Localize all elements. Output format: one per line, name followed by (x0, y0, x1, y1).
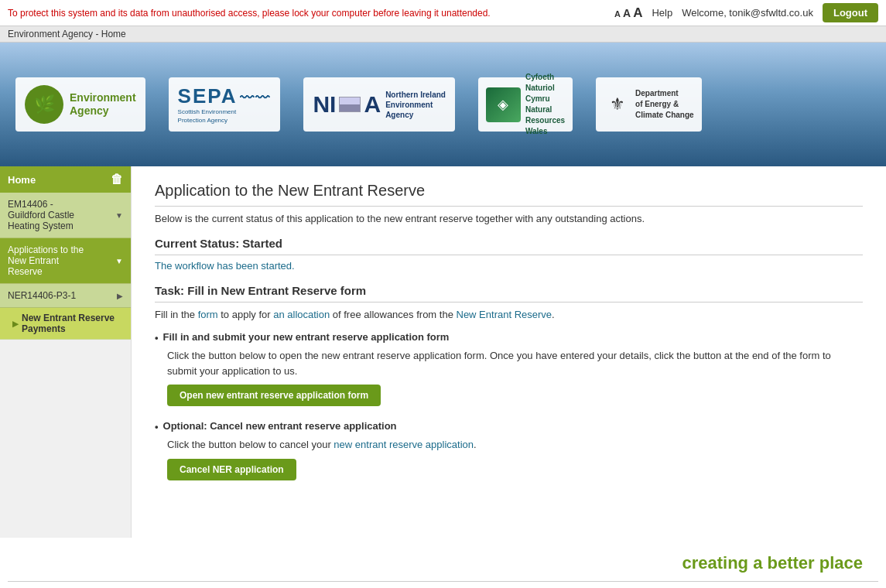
sidebar-item-ner-p3-label: NER14406-P3-1 (8, 290, 76, 301)
top-right-controls: A A A Help Welcome, tonik@sfwltd.co.uk L… (614, 3, 878, 22)
sidebar-item-ner-applications[interactable]: Applications to theNew EntrantReserve ▼ (0, 238, 131, 284)
ni-flag (339, 97, 361, 112)
current-status-heading: Current Status: Started (155, 237, 863, 255)
sidebar-item-ner-payments[interactable]: ▶ New Entrant ReservePayments (0, 308, 131, 340)
breadcrumb: Environment Agency - Home (0, 26, 886, 43)
branding-tagline: creating a better place (8, 553, 878, 573)
sidebar-home[interactable]: Home 🗑 (0, 166, 131, 193)
main-layout: Home 🗑 EM14406 -Guildford CastleHeating … (0, 166, 886, 538)
ner-link[interactable]: New Entrant Reserve (457, 309, 552, 320)
top-bar: To protect this system and its data from… (0, 0, 886, 26)
sepa-sub: Scottish EnvironmentProtection Agency (178, 108, 272, 125)
chevron-right-icon: ▶ (117, 292, 123, 300)
nrw-logo: ◈ CyfoethNaturiolCymruNaturalResourcesWa… (478, 77, 573, 132)
sidebar-item-em14406-label: EM14406 -Guildford CastleHeating System (8, 199, 74, 231)
task2-title: Optional: Cancel new entrant reserve app… (163, 420, 397, 432)
sidebar-item-ner-label: Applications to theNew EntrantReserve (8, 244, 84, 277)
open-application-form-button[interactable]: Open new entrant reserve application for… (167, 385, 381, 406)
task1-title: Fill in and submit your new entrant rese… (163, 331, 450, 343)
sidebar: Home 🗑 EM14406 -Guildford CastleHeating … (0, 166, 132, 538)
sidebar-item-em14406[interactable]: EM14406 -Guildford CastleHeating System … (0, 193, 131, 238)
sepa-logo: SEPA〰〰 Scottish EnvironmentProtection Ag… (169, 77, 281, 132)
decc-logo: ⚜ Departmentof Energy &Climate Change (596, 77, 702, 132)
task-intro: Fill in the form to apply for an allocat… (155, 309, 863, 320)
cancel-ner-button[interactable]: Cancel NER application (167, 459, 296, 480)
cancel-link[interactable]: new entrant reserve application (334, 439, 474, 450)
font-size-control[interactable]: A A A (614, 5, 642, 21)
decc-text: Departmentof Energy &Climate Change (635, 88, 694, 121)
allocation-link[interactable]: an allocation (273, 309, 330, 320)
task-title: Task: Fill in New Entrant Reserve form (155, 284, 863, 303)
task-item-cancel: • Optional: Cancel new entrant reserve a… (155, 420, 863, 480)
task1-bullet: • (155, 332, 159, 344)
bullet-icon: ▶ (12, 320, 19, 328)
form-link[interactable]: form (198, 309, 218, 320)
decc-icon: ⚜ (604, 89, 631, 120)
task2-title-row: • Optional: Cancel new entrant reserve a… (155, 420, 863, 432)
ea-icon: 🌿 (25, 85, 63, 124)
trash-icon[interactable]: 🗑 (111, 173, 123, 186)
ni-text: NI (313, 93, 336, 116)
chevron-down-icon-2: ▼ (115, 257, 123, 265)
sidebar-home-label: Home (8, 174, 36, 186)
ni-logo: NI A Northern IrelandEnvironmentAgency (303, 77, 454, 132)
content-area: Application to the New Entrant Reserve B… (132, 166, 886, 538)
task1-title-row: • Fill in and submit your new entrant re… (155, 331, 863, 344)
task2-bullet: • (155, 421, 159, 432)
task1-description: Click the button below to open the new e… (155, 348, 863, 378)
status-description: The workflow has been started. (155, 260, 863, 272)
ni-text2: A (364, 93, 381, 116)
security-warning: To protect this system and its data from… (8, 8, 614, 19)
ni-full-name: Northern IrelandEnvironmentAgency (385, 90, 446, 120)
intro-text: Below is the current status of this appl… (155, 213, 863, 224)
environment-agency-logo: 🌿 Environment Agency (15, 77, 145, 132)
header-logos: 🌿 Environment Agency SEPA〰〰 Scottish Env… (0, 43, 886, 166)
page-title: Application to the New Entrant Reserve (155, 182, 863, 207)
chevron-down-icon: ▼ (115, 211, 123, 220)
ea-name2: Agency (70, 104, 136, 118)
sidebar-item-payments-label: New Entrant ReservePayments (22, 313, 115, 334)
nrw-text: CyfoethNaturiolCymruNaturalResourcesWale… (525, 72, 565, 137)
logout-button[interactable]: Logout (823, 3, 878, 22)
font-small[interactable]: A (614, 9, 621, 19)
font-medium[interactable]: A (623, 7, 631, 19)
font-large[interactable]: A (633, 5, 642, 21)
welcome-text: Welcome, tonik@sfwltd.co.uk (682, 7, 813, 19)
footer-links: © Environment Agency 2010 | Terms and co… (8, 581, 878, 588)
task-item-fill-form: • Fill in and submit your new entrant re… (155, 331, 863, 406)
footer: creating a better place © Environment Ag… (0, 538, 886, 588)
sepa-name: SEPA〰〰 (178, 84, 272, 108)
help-link[interactable]: Help (652, 7, 672, 19)
ea-name: Environment (70, 91, 136, 104)
nrw-icon: ◈ (486, 87, 521, 122)
task2-description: Click the button below to cancel your ne… (155, 437, 863, 453)
sidebar-item-ner-p3[interactable]: NER14406-P3-1 ▶ (0, 284, 131, 308)
